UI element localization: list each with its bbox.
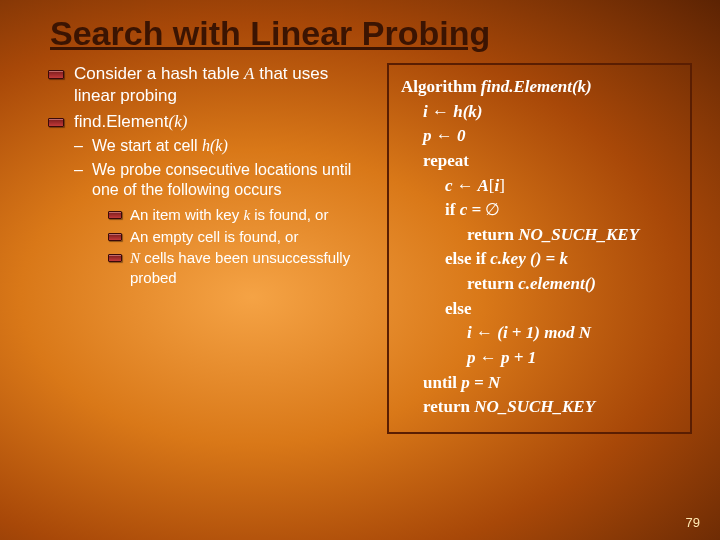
list-item: We probe consecutive locations until one… bbox=[74, 160, 369, 288]
text: Consider a hash table bbox=[74, 64, 244, 83]
var-hk: h(k) bbox=[202, 137, 228, 154]
algo-line: i ← h(k) bbox=[401, 100, 680, 125]
list-item: An empty cell is found, or bbox=[108, 227, 369, 246]
right-column: Algorithm find.Element(k) i ← h(k) p ← 0… bbox=[387, 63, 692, 434]
algo-line: until p = N bbox=[401, 371, 680, 396]
text: We start at cell bbox=[92, 137, 202, 154]
list-item: An item with key k is found, or bbox=[108, 205, 369, 225]
content-row: Consider a hash table A that uses linear… bbox=[0, 63, 720, 434]
left-column: Consider a hash table A that uses linear… bbox=[48, 63, 369, 434]
algo-line: repeat bbox=[401, 149, 680, 174]
text: We probe consecutive locations until one… bbox=[92, 161, 351, 198]
list-item: We start at cell h(k) bbox=[74, 136, 369, 156]
algo-name: find.Element(k) bbox=[477, 77, 592, 96]
list-item: find.Element(k) We start at cell h(k) We… bbox=[48, 111, 369, 288]
algo-line: c ← A[i] bbox=[401, 174, 680, 199]
algo-line: return NO_SUCH_KEY bbox=[401, 223, 680, 248]
var-n: N bbox=[130, 250, 140, 266]
algo-line: p ← 0 bbox=[401, 124, 680, 149]
algo-line: return c.element() bbox=[401, 272, 680, 297]
text: is found, or bbox=[250, 206, 328, 223]
text: An empty cell is found, or bbox=[130, 228, 298, 245]
algorithm-box: Algorithm find.Element(k) i ← h(k) p ← 0… bbox=[387, 63, 692, 434]
var-a: A bbox=[244, 64, 254, 83]
algo-line: i ← (i + 1) mod N bbox=[401, 321, 680, 346]
list-item: N cells have been unsuccessfully probed bbox=[108, 248, 369, 287]
text: find.Element bbox=[74, 112, 169, 131]
algo-line: return NO_SUCH_KEY bbox=[401, 395, 680, 420]
var-k: (k) bbox=[169, 112, 188, 131]
algo-line: if c = ∅ bbox=[401, 198, 680, 223]
list-item: Consider a hash table A that uses linear… bbox=[48, 63, 369, 107]
bullet-list-1: Consider a hash table A that uses linear… bbox=[48, 63, 369, 287]
bullet-list-2: We start at cell h(k) We probe consecuti… bbox=[74, 136, 369, 287]
algo-line: p ← p + 1 bbox=[401, 346, 680, 371]
bullet-list-3: An item with key k is found, or An empty… bbox=[108, 205, 369, 288]
algo-line: else if c.key () = k bbox=[401, 247, 680, 272]
slide-title: Search with Linear Probing bbox=[0, 0, 720, 63]
text: An item with key bbox=[130, 206, 243, 223]
slide-number: 79 bbox=[686, 515, 700, 530]
text: cells have been unsuccessfully probed bbox=[130, 249, 350, 286]
kw-algorithm: Algorithm bbox=[401, 77, 477, 96]
algo-line: else bbox=[401, 297, 680, 322]
